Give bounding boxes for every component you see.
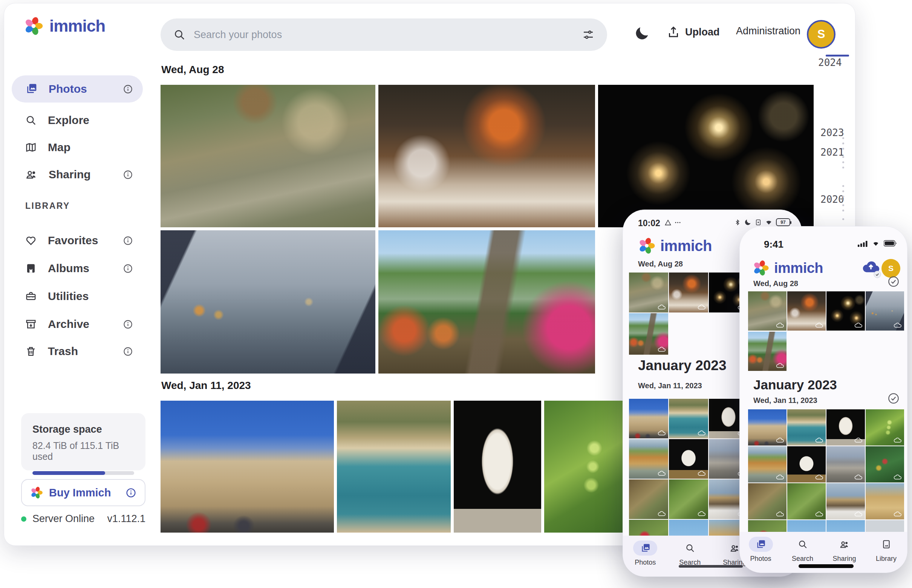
photo-lizard-closeup[interactable] bbox=[629, 480, 668, 519]
sidebar-item-sharing[interactable]: Sharing bbox=[12, 162, 143, 187]
photo-garden-path[interactable] bbox=[378, 230, 595, 373]
photo-fireworks[interactable] bbox=[598, 85, 814, 227]
info-icon[interactable] bbox=[123, 346, 133, 357]
search-input[interactable] bbox=[194, 29, 574, 41]
scrubber-year-2020[interactable]: 2020 bbox=[820, 194, 844, 205]
battery-percent: 97 bbox=[780, 220, 785, 225]
photo-autumn-dinner-table[interactable] bbox=[378, 85, 595, 227]
photo-beach-cliff[interactable] bbox=[748, 446, 786, 483]
administration-link[interactable]: Administration bbox=[736, 25, 801, 37]
photo-sea-grapes[interactable] bbox=[866, 409, 904, 446]
photo-autumn-dinner-table[interactable] bbox=[787, 291, 826, 331]
photo-white-sculpture[interactable] bbox=[787, 446, 826, 483]
info-icon[interactable] bbox=[123, 236, 133, 246]
cloud-backup-icon bbox=[776, 322, 784, 328]
user-avatar[interactable]: S bbox=[807, 20, 836, 48]
info-icon[interactable] bbox=[123, 319, 133, 330]
month-heading: January 2023 bbox=[638, 358, 726, 373]
buy-immich-button[interactable]: Buy Immich bbox=[21, 479, 145, 506]
storage-space-card: Storage space 82.4 TiB of 115.1 TiB used bbox=[21, 413, 145, 470]
home-indicator[interactable] bbox=[679, 565, 743, 568]
filter-sliders-icon[interactable] bbox=[582, 29, 594, 41]
search-bar[interactable] bbox=[161, 18, 607, 51]
photo-coastal-fort[interactable] bbox=[787, 409, 826, 446]
sidebar-item-archive[interactable]: Archive bbox=[12, 312, 143, 336]
photo-zoo-monkeys[interactable] bbox=[748, 291, 786, 331]
photo-row bbox=[161, 85, 816, 227]
photo-garden-path[interactable] bbox=[629, 313, 668, 355]
search-icon bbox=[173, 29, 186, 41]
sidebar-item-map[interactable]: Map bbox=[12, 135, 143, 160]
photo-marble-bust[interactable] bbox=[454, 401, 541, 533]
theme-toggle-button[interactable] bbox=[634, 25, 650, 41]
nav-item-search[interactable]: Search bbox=[668, 536, 713, 577]
info-icon[interactable] bbox=[123, 263, 133, 274]
photo-lizard-moss[interactable] bbox=[787, 483, 826, 519]
upload-button[interactable]: Upload bbox=[667, 25, 720, 39]
photo-white-sculpture[interactable] bbox=[669, 439, 708, 479]
photo-coastal-fort[interactable] bbox=[669, 399, 708, 438]
photo-fortress-walls[interactable] bbox=[748, 409, 786, 446]
photo-stone-ruins[interactable] bbox=[826, 446, 865, 483]
scrubber-year-2023[interactable]: 2023 bbox=[820, 127, 844, 138]
cloud-backup-icon bbox=[893, 511, 902, 517]
cloud-backup-icon bbox=[657, 304, 666, 310]
photo-beach-cliff[interactable] bbox=[629, 439, 668, 479]
sidebar-item-explore[interactable]: Explore bbox=[12, 108, 143, 132]
scrubber-tick bbox=[842, 191, 844, 192]
info-icon[interactable] bbox=[123, 170, 133, 180]
photo-blue-sky[interactable] bbox=[826, 520, 865, 532]
sidebar-item-trash[interactable]: Trash bbox=[12, 339, 143, 363]
photo-blue-sky[interactable] bbox=[787, 520, 826, 532]
photo-zoo-monkeys[interactable] bbox=[629, 273, 668, 312]
select-all-check-icon[interactable] bbox=[888, 276, 899, 288]
photo-lizard-closeup[interactable] bbox=[748, 483, 786, 519]
app-wordmark: immich bbox=[774, 260, 823, 276]
photo-gray[interactable] bbox=[866, 520, 904, 532]
scrubber-year-2021[interactable]: 2021 bbox=[820, 147, 844, 158]
photo-red-flowers[interactable] bbox=[748, 520, 786, 532]
photo-holding-hands[interactable] bbox=[161, 230, 375, 373]
photo-winter-church[interactable] bbox=[826, 483, 865, 519]
pill bbox=[833, 537, 857, 552]
photo-marble-bust[interactable] bbox=[826, 409, 865, 446]
sidebar-item-albums[interactable]: Albums bbox=[12, 256, 143, 280]
sidebar-item-photos[interactable]: Photos bbox=[12, 75, 143, 103]
cloud-backup-icon bbox=[854, 474, 863, 480]
sidebar-item-utilities[interactable]: Utilities bbox=[12, 284, 143, 309]
photo-zoo-monkeys[interactable] bbox=[161, 85, 375, 227]
user-avatar[interactable]: S bbox=[881, 259, 900, 278]
cloud-backup-icon bbox=[854, 437, 863, 443]
photo-beach-sand[interactable] bbox=[866, 483, 904, 519]
photo-fireworks[interactable] bbox=[826, 291, 865, 331]
nav-item-photos[interactable]: Photos bbox=[623, 536, 668, 577]
photo-autumn-dinner-table[interactable] bbox=[669, 273, 708, 312]
cloud-backup-icon bbox=[815, 437, 823, 443]
backup-cloud-button[interactable] bbox=[861, 258, 881, 278]
home-indicator[interactable] bbox=[799, 564, 854, 568]
photo-sea-grapes[interactable] bbox=[544, 401, 625, 533]
cloud-backup-icon bbox=[657, 430, 666, 436]
photo-fortress-walls[interactable] bbox=[629, 399, 668, 438]
photo-decorated-tree[interactable] bbox=[866, 446, 904, 483]
photo-holding-hands[interactable] bbox=[866, 291, 904, 331]
scrubber-year-2024[interactable]: 2024 bbox=[818, 57, 842, 68]
nav-item-library[interactable]: Library bbox=[865, 532, 907, 573]
date-group-heading: Wed, Aug 28 bbox=[753, 279, 798, 288]
select-all-check-icon[interactable] bbox=[888, 393, 899, 404]
sidebar-item-favorites[interactable]: Favorites bbox=[12, 228, 143, 252]
nav-item-photos[interactable]: Photos bbox=[740, 532, 781, 573]
photo-garden-path[interactable] bbox=[748, 332, 786, 371]
sidebar-label-sharing: Sharing bbox=[48, 168, 91, 181]
photo-lizard-moss[interactable] bbox=[669, 480, 708, 519]
pill bbox=[874, 537, 898, 552]
cloud-backup-icon bbox=[893, 322, 902, 328]
photo-fortress-walls[interactable] bbox=[161, 401, 334, 533]
photo-blue-sky[interactable] bbox=[669, 520, 708, 536]
info-icon[interactable] bbox=[123, 84, 133, 94]
photo-coastal-fort[interactable] bbox=[337, 401, 451, 533]
status-right-icons: 97 bbox=[734, 218, 790, 226]
app-logo[interactable]: immich bbox=[24, 16, 105, 36]
photo-red-flowers[interactable] bbox=[629, 520, 668, 536]
scrubber-position-indicator[interactable] bbox=[826, 55, 849, 57]
